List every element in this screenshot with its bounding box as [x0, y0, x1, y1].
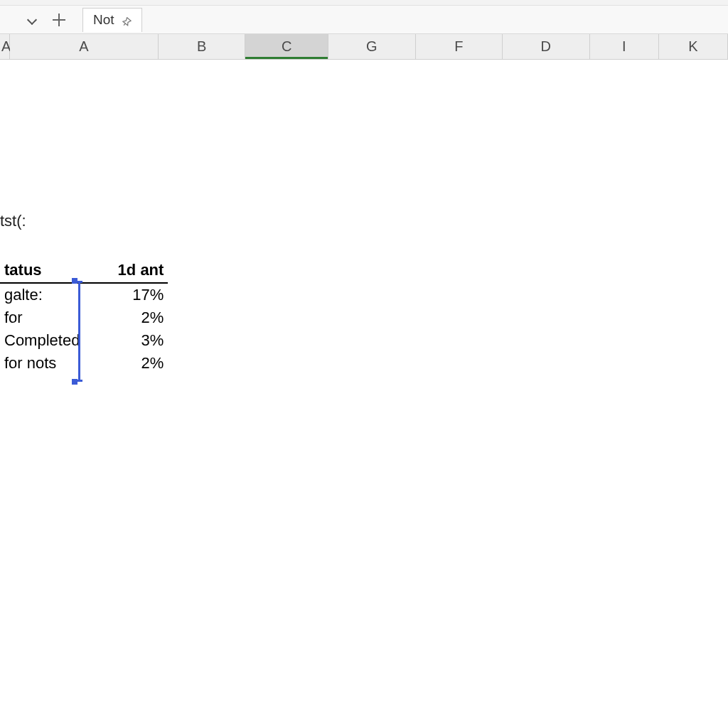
- table-row: galte:17%: [0, 283, 168, 306]
- column-header[interactable]: C: [245, 34, 328, 59]
- add-sheet-button[interactable]: [51, 12, 67, 28]
- table-row: for nots2%: [0, 352, 168, 375]
- table-row: for2%: [0, 306, 168, 329]
- column-header[interactable]: D: [503, 34, 589, 59]
- table-cell-label[interactable]: galte:: [0, 283, 84, 306]
- table-cell-value[interactable]: 2%: [84, 306, 168, 329]
- table-cell-value[interactable]: 3%: [84, 329, 168, 352]
- table-cell-value[interactable]: 17%: [84, 283, 168, 306]
- chevron-down-icon[interactable]: [27, 15, 37, 25]
- column-header[interactable]: A: [0, 34, 10, 59]
- column-headers: AABCGFDIK: [0, 34, 728, 60]
- table-cell-label[interactable]: for: [0, 306, 84, 329]
- sheet-tab-active[interactable]: Not: [82, 8, 142, 32]
- column-header[interactable]: A: [10, 34, 159, 59]
- table-header-right[interactable]: 1d ant: [84, 259, 168, 283]
- sheet-tab-label: Not: [93, 12, 114, 28]
- pin-icon: [122, 15, 132, 25]
- column-header[interactable]: K: [659, 34, 728, 59]
- cell-text[interactable]: tst(:: [0, 212, 26, 230]
- window-titlebar: [0, 0, 728, 6]
- table-row: Completed3%: [0, 329, 168, 352]
- table-cell-value[interactable]: 2%: [84, 352, 168, 375]
- table-cell-label[interactable]: for nots: [0, 352, 84, 375]
- column-header[interactable]: I: [590, 34, 659, 59]
- table-cell-label[interactable]: Completed: [0, 329, 84, 352]
- column-header[interactable]: B: [159, 34, 245, 59]
- column-header[interactable]: G: [328, 34, 415, 59]
- spreadsheet-grid[interactable]: tst(: tatus 1d ant galte:17%for2%Complet…: [0, 60, 728, 728]
- table-header-left[interactable]: tatus: [0, 259, 84, 283]
- sheet-tab-strip: Not: [0, 6, 728, 34]
- column-header[interactable]: F: [416, 34, 503, 59]
- status-table: tatus 1d ant galte:17%for2%Completed3%fo…: [0, 259, 168, 375]
